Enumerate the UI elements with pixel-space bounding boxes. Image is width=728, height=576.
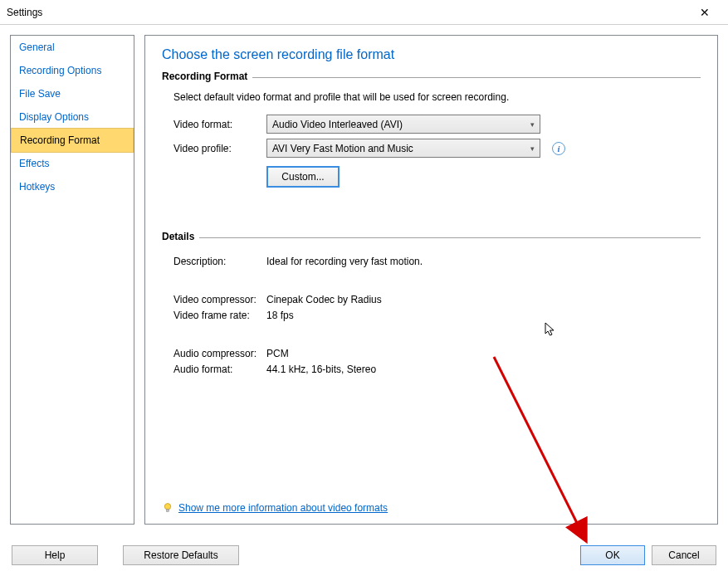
content-area: General Recording Options File Save Disp… bbox=[0, 25, 728, 535]
video-format-label: Video format: bbox=[173, 119, 266, 130]
svg-rect-1 bbox=[166, 510, 169, 512]
sidebar: General Recording Options File Save Disp… bbox=[10, 35, 134, 525]
video-profile-select[interactable]: AVI Very Fast Motion and Music ▾ bbox=[266, 139, 540, 158]
video-format-select[interactable]: Audio Video Interleaved (AVI) ▾ bbox=[266, 115, 540, 134]
details-legend: Details bbox=[162, 231, 199, 242]
video-format-row: Video format: Audio Video Interleaved (A… bbox=[173, 115, 701, 134]
window-title: Settings bbox=[7, 7, 688, 18]
help-button[interactable]: Help bbox=[12, 545, 98, 565]
sidebar-item-general[interactable]: General bbox=[11, 36, 134, 59]
video-profile-value: AVI Very Fast Motion and Music bbox=[272, 143, 413, 154]
video-frame-rate-label: Video frame rate: bbox=[173, 310, 266, 321]
restore-defaults-button[interactable]: Restore Defaults bbox=[123, 545, 239, 565]
close-icon[interactable]: ✕ bbox=[688, 6, 721, 19]
more-info-link[interactable]: Show me more information about video for… bbox=[178, 502, 388, 514]
help-link-row: Show me more information about video for… bbox=[162, 502, 388, 514]
main-panel: Choose the screen recording file format … bbox=[144, 35, 718, 525]
titlebar: Settings ✕ bbox=[0, 0, 728, 25]
sidebar-item-recording-options[interactable]: Recording Options bbox=[11, 59, 134, 82]
footer: Help Restore Defaults OK Cancel bbox=[0, 535, 728, 576]
description-label: Description: bbox=[173, 256, 266, 267]
chevron-down-icon: ▾ bbox=[530, 120, 535, 129]
sidebar-item-recording-format[interactable]: Recording Format bbox=[11, 128, 134, 153]
audio-compressor-row: Audio compressor: PCM bbox=[173, 348, 701, 359]
recording-format-intro: Select default video format and profile … bbox=[173, 91, 701, 103]
svg-point-0 bbox=[164, 504, 170, 510]
video-profile-label: Video profile: bbox=[173, 143, 266, 154]
audio-format-value: 44.1 kHz, 16-bits, Stereo bbox=[266, 364, 376, 375]
description-row: Description: Ideal for recording very fa… bbox=[173, 256, 701, 267]
sidebar-item-hotkeys[interactable]: Hotkeys bbox=[11, 175, 134, 198]
audio-format-row: Audio format: 44.1 kHz, 16-bits, Stereo bbox=[173, 364, 701, 375]
chevron-down-icon: ▾ bbox=[530, 144, 535, 153]
video-compressor-row: Video compressor: Cinepak Codec by Radiu… bbox=[173, 294, 701, 305]
description-value: Ideal for recording very fast motion. bbox=[266, 256, 423, 267]
video-frame-rate-row: Video frame rate: 18 fps bbox=[173, 310, 701, 321]
lightbulb-icon bbox=[162, 502, 173, 514]
audio-format-label: Audio format: bbox=[173, 364, 266, 375]
custom-button[interactable]: Custom... bbox=[266, 166, 340, 188]
ok-button[interactable]: OK bbox=[580, 545, 645, 565]
cancel-button[interactable]: Cancel bbox=[652, 545, 716, 565]
audio-compressor-value: PCM bbox=[266, 348, 289, 359]
recording-format-legend: Recording Format bbox=[162, 71, 252, 82]
video-compressor-label: Video compressor: bbox=[173, 294, 266, 305]
video-frame-rate-value: 18 fps bbox=[266, 310, 294, 321]
video-profile-row: Video profile: AVI Very Fast Motion and … bbox=[173, 139, 701, 158]
audio-compressor-label: Audio compressor: bbox=[173, 348, 266, 359]
details-group: Details Description: Ideal for recording… bbox=[162, 237, 701, 375]
sidebar-item-file-save[interactable]: File Save bbox=[11, 82, 134, 105]
sidebar-item-effects[interactable]: Effects bbox=[11, 152, 134, 175]
info-icon[interactable]: i bbox=[552, 142, 565, 155]
recording-format-group: Recording Format Select default video fo… bbox=[162, 77, 701, 188]
video-format-value: Audio Video Interleaved (AVI) bbox=[272, 119, 403, 130]
video-compressor-value: Cinepak Codec by Radius bbox=[266, 294, 382, 305]
page-title: Choose the screen recording file format bbox=[162, 47, 701, 62]
sidebar-item-display-options[interactable]: Display Options bbox=[11, 105, 134, 129]
